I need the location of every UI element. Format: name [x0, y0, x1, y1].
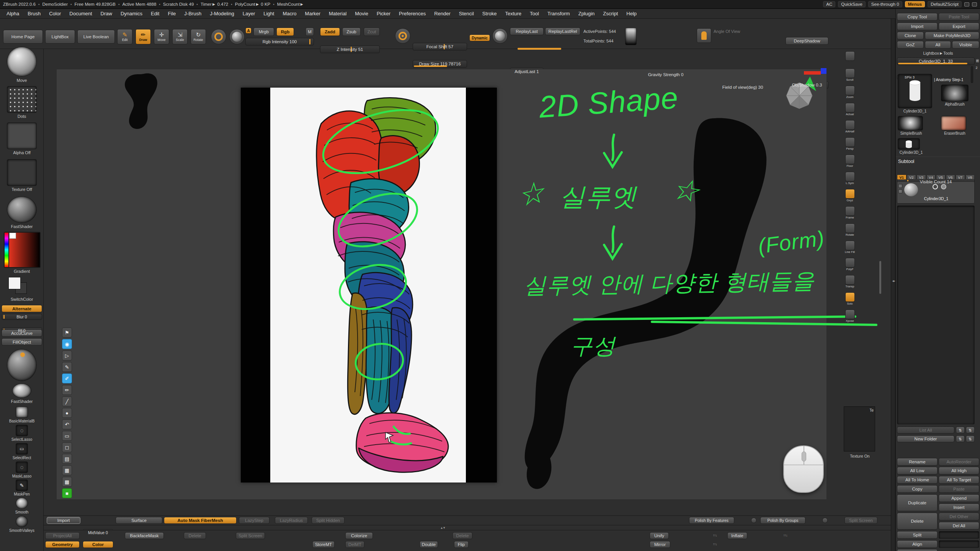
rename-button[interactable]: Rename: [897, 458, 938, 466]
replay-sphere-button[interactable]: [492, 28, 508, 44]
brush-ring-button[interactable]: [211, 29, 226, 44]
polish-by-features-button[interactable]: Polish By Features: [689, 517, 734, 524]
delete-button[interactable]: Delete: [452, 532, 472, 539]
append-button[interactable]: Append: [939, 494, 979, 502]
delmt-button[interactable]: DelMT: [345, 541, 364, 548]
rgb-intensity-slider[interactable]: Rgb Intensity 100: [245, 38, 314, 46]
active-tool-slider[interactable]: Cylinder3D_1. 33: [897, 57, 975, 65]
menu-item[interactable]: Stencil: [455, 9, 478, 18]
polish-by-groups-button[interactable]: Polish By Groups: [760, 517, 805, 524]
menu-item[interactable]: Alpha: [2, 9, 23, 18]
menu-item[interactable]: J-Brush: [180, 9, 206, 18]
markup-tool-button[interactable]: ↶: [62, 419, 72, 429]
subtool-tab[interactable]: V5: [936, 174, 946, 180]
import-button[interactable]: Import: [897, 23, 938, 30]
maskpen-thumb[interactable]: ✎: [16, 479, 28, 491]
shelf-button[interactable]: L.Sym: [844, 172, 856, 189]
nudge-arrows-icon[interactable]: ↑↑↓: [783, 533, 787, 537]
color-picker[interactable]: [4, 232, 41, 268]
markup-tool-button[interactable]: ▷: [62, 350, 72, 360]
del-other-button[interactable]: Del Other: [939, 513, 979, 520]
menu-item[interactable]: Tool: [526, 9, 543, 18]
markup-tool-button[interactable]: ⚑: [62, 328, 72, 337]
subtool-tab[interactable]: V2: [907, 174, 916, 180]
markup-tool-button[interactable]: ●: [62, 408, 72, 418]
copy-tool-button[interactable]: Copy Tool: [897, 13, 938, 21]
delete-button[interactable]: Delete: [184, 532, 206, 539]
menu-item[interactable]: Document: [65, 9, 96, 18]
nudge-arrows-icon[interactable]: ↑↑↓: [713, 533, 717, 537]
surface-button[interactable]: Surface: [116, 517, 162, 524]
all-high-button[interactable]: All High: [939, 467, 979, 474]
markup-tool-button[interactable]: ✎: [62, 362, 72, 372]
zadd-button[interactable]: Zadd: [320, 28, 340, 36]
clone-button[interactable]: Clone: [897, 32, 924, 39]
blur-slider[interactable]: Blur 0: [2, 314, 42, 320]
slider-knob[interactable]: [309, 39, 310, 44]
front-color-swatch[interactable]: [8, 277, 21, 289]
masklasso-thumb[interactable]: ◌: [16, 461, 28, 473]
texture-off-thumb[interactable]: [7, 159, 37, 186]
eye-toggle-icon[interactable]: [933, 184, 938, 189]
texture-on-label[interactable]: Texture On: [841, 454, 879, 458]
autoreorder-button[interactable]: AutoReorder: [939, 458, 979, 466]
duplicate-button[interactable]: Duplicate: [897, 494, 938, 511]
selectrect-thumb[interactable]: ▭: [16, 443, 28, 455]
cylinder-small-thumb[interactable]: [898, 138, 920, 150]
menu-item[interactable]: Render: [430, 9, 455, 18]
menu-item[interactable]: Color: [45, 9, 65, 18]
hue-strip[interactable]: [5, 233, 8, 267]
smoothvalleys-thumb[interactable]: [16, 516, 28, 527]
menu-item[interactable]: Preferences: [395, 9, 430, 18]
shelf-button[interactable]: Persp: [844, 137, 856, 155]
lazyradius-button[interactable]: LazyRadius: [275, 517, 308, 524]
subtool-tab[interactable]: V1: [897, 174, 906, 180]
markup-tool-button[interactable]: ▭: [62, 431, 72, 441]
folder-down-button[interactable]: ⇅: [966, 435, 975, 442]
auto-mask-fibermesh-button[interactable]: Auto Mask FiberMesh: [164, 517, 237, 524]
goz-all-button[interactable]: All: [925, 41, 951, 49]
lazystep-button[interactable]: LazyStep: [239, 517, 270, 524]
eraserbrush-thumb[interactable]: [941, 116, 966, 130]
mirror-button[interactable]: Mirror: [650, 541, 670, 548]
markup-tool-button[interactable]: ✐: [62, 373, 72, 383]
alpha-off-thumb[interactable]: [7, 122, 37, 149]
menu-item[interactable]: Help: [622, 9, 641, 18]
shelf-button[interactable]: Zoom: [844, 86, 856, 103]
menu-item[interactable]: Transform: [543, 9, 574, 18]
menu-item[interactable]: Edit: [147, 9, 163, 18]
polish-mode-dot[interactable]: [822, 518, 828, 523]
sphere-button[interactable]: [229, 29, 245, 44]
leg-anatomy-drawing[interactable]: [290, 94, 463, 476]
deep-shadow-button[interactable]: DeepShadow: [786, 37, 828, 45]
zsub-button[interactable]: Zsub: [342, 28, 361, 36]
stroke-button[interactable]: [395, 28, 410, 44]
double-button[interactable]: Double: [420, 541, 438, 548]
all-to-home-button[interactable]: All To Home: [897, 476, 938, 484]
polish-mode-dot[interactable]: [751, 518, 756, 523]
backfacemask-button[interactable]: BackfaceMask: [125, 532, 164, 539]
del-all-button[interactable]: Del All: [939, 522, 979, 530]
color-tab-button[interactable]: Color: [83, 541, 113, 548]
all-to-target-button[interactable]: All To Target: [939, 476, 979, 484]
z-intensity-slider[interactable]: Z Intensity 51: [320, 46, 380, 53]
nudge-arrows-icon[interactable]: ↑↑↓: [713, 542, 717, 546]
rgb-button[interactable]: Rgb: [276, 28, 294, 36]
markup-tool-button[interactable]: ◻: [62, 442, 72, 452]
split-screen-button[interactable]: Split Screen: [236, 532, 265, 539]
edit-mode-button[interactable]: ✎ Edit: [117, 29, 132, 44]
menu-item[interactable]: Zscript: [599, 9, 622, 18]
delete-subtool-button[interactable]: Delete: [897, 513, 938, 530]
subtool-thumb[interactable]: [904, 183, 918, 196]
white-corner-swatch[interactable]: [9, 233, 16, 239]
shelf-button[interactable]: Scroll: [844, 68, 856, 86]
paste-subtool-button[interactable]: Paste: [939, 485, 979, 493]
mrgb-button[interactable]: Mrgb: [253, 28, 274, 36]
shelf-button[interactable]: Xpose: [844, 310, 856, 327]
alphabrush-thumb[interactable]: [941, 85, 969, 101]
subtool-tab[interactable]: V7: [956, 174, 965, 180]
insert-button[interactable]: Insert: [939, 504, 979, 511]
move-brush-thumb[interactable]: [7, 47, 37, 77]
shelf-button[interactable]: Frame: [844, 206, 856, 223]
distribute-button[interactable]: Distribute: [897, 549, 938, 551]
